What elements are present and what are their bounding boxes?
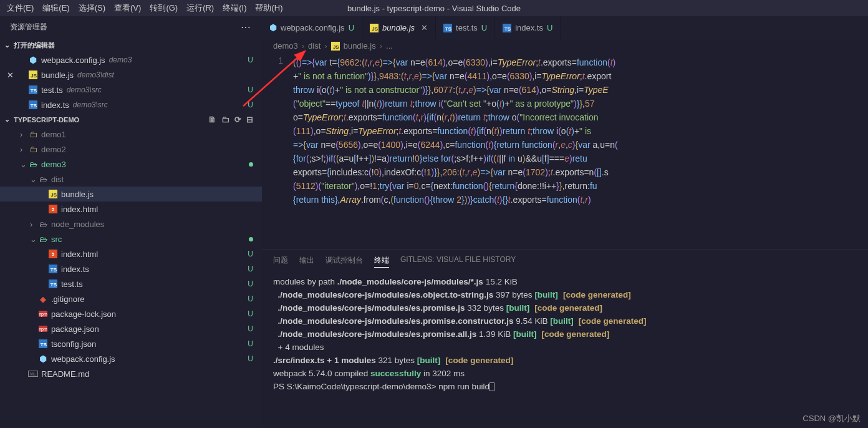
- file-tree-item[interactable]: ›🗀demo2: [0, 142, 262, 157]
- project-header[interactable]: ⌄ TYPESCRIPT-DEMO 🗎 🗀 ⟳ ⊟: [0, 112, 262, 127]
- modified-dot-icon: [249, 237, 253, 241]
- webpack-icon: ⬢: [269, 22, 277, 32]
- js-icon: JS: [331, 42, 340, 51]
- chevron-icon: ›: [20, 130, 27, 139]
- file-tree-item[interactable]: ›🗀demo1: [0, 127, 262, 142]
- file-tree-item[interactable]: npmpackage-lock.jsonU: [0, 306, 262, 321]
- file-tree-item[interactable]: 5index.htmlU: [0, 246, 262, 261]
- open-editor-item[interactable]: ✕JSbundle.jsdemo3\dist: [0, 67, 262, 82]
- open-editors-header[interactable]: ⌄ 打开的编辑器: [0, 38, 262, 52]
- more-icon[interactable]: ⋯: [241, 21, 252, 33]
- breadcrumb[interactable]: demo3› dist› JS bundle.js› ...: [262, 39, 868, 53]
- close-icon[interactable]: ✕: [421, 23, 428, 32]
- folder-icon: 🗀: [27, 145, 39, 154]
- ts-icon: TS: [503, 23, 511, 32]
- git-status-badge: U: [248, 85, 262, 94]
- ts-icon: TS: [443, 23, 452, 32]
- menu-item[interactable]: 查看(V): [110, 2, 145, 14]
- file-tree-item[interactable]: ⌄🗁src: [0, 231, 262, 246]
- line-number: 1: [262, 56, 293, 250]
- close-icon[interactable]: ✕: [5, 71, 15, 80]
- open-editor-item[interactable]: TSindex.tsdemo3\srcU: [0, 97, 262, 112]
- menu-item[interactable]: 终端(I): [218, 2, 251, 14]
- folder-node-icon: 🗁: [37, 220, 49, 229]
- file-tree-item[interactable]: ⬢webpack.config.jsU: [0, 351, 262, 366]
- panel-tab[interactable]: 问题: [273, 255, 288, 268]
- file-tree-item[interactable]: TSindex.tsU: [0, 261, 262, 276]
- menu-item[interactable]: 运行(R): [182, 2, 218, 14]
- chevron-icon: ⌄: [20, 160, 27, 169]
- git-status-badge: U: [547, 23, 552, 32]
- git-status-badge: U: [248, 309, 262, 318]
- menu-item[interactable]: 帮助(H): [251, 2, 287, 14]
- panel-tab[interactable]: 调试控制台: [326, 255, 363, 268]
- file-tree-item[interactable]: TStest.tsU: [0, 276, 262, 291]
- watermark: CSDN @凯小默: [803, 413, 861, 424]
- md-icon: M↓: [27, 371, 39, 377]
- open-editor-item[interactable]: ⬢webpack.config.jsdemo3U: [0, 52, 262, 67]
- file-tree-item[interactable]: ◆.gitignoreU: [0, 291, 262, 306]
- git-status-badge: U: [481, 23, 487, 32]
- panel-tab[interactable]: GITLENS: VISUAL FILE HISTORY: [400, 255, 516, 268]
- chevron-down-icon: ⌄: [2, 41, 11, 49]
- open-editor-item[interactable]: TStest.tsdemo3\srcU: [0, 82, 262, 97]
- file-tree-item[interactable]: ›🗁node_modules: [0, 216, 262, 231]
- js-icon: JS: [47, 190, 59, 198]
- menu-item[interactable]: 转到(G): [145, 2, 182, 14]
- git-status-badge: U: [248, 294, 262, 303]
- git-icon: ◆: [37, 294, 49, 304]
- panel-tab[interactable]: 输出: [299, 255, 314, 268]
- folder-open-icon: 🗁: [27, 160, 39, 169]
- bottom-panel: 问题输出调试控制台终端GITLENS: VISUAL FILE HISTORY …: [262, 250, 868, 428]
- git-status-badge: U: [248, 100, 262, 109]
- menubar: 文件(E) 编辑(E) 选择(S) 查看(V) 转到(G) 运行(R) 终端(I…: [0, 0, 868, 16]
- editor-tabs: ⬢webpack.config.jsUJSbundle.js✕TStest.ts…: [262, 16, 868, 39]
- file-tree-item[interactable]: M↓README.md: [0, 366, 262, 381]
- git-status-badge: U: [248, 324, 262, 333]
- ts-icon: TS: [27, 85, 39, 94]
- editor-tab[interactable]: ⬢webpack.config.jsU: [262, 16, 362, 39]
- collapse-icon[interactable]: ⊟: [246, 115, 253, 124]
- modified-dot-icon: [249, 162, 253, 167]
- explorer-sidebar: 资源管理器 ⋯ ⌄ 打开的编辑器 ⬢webpack.config.jsdemo3…: [0, 16, 262, 428]
- code-content: (()=>{var t={9662:(t,r,e)=>{var n=e(614)…: [293, 56, 868, 250]
- file-tree-item[interactable]: JSbundle.js: [0, 187, 262, 202]
- refresh-icon[interactable]: ⟳: [234, 115, 241, 124]
- chevron-icon: ›: [20, 145, 27, 154]
- editor-tab[interactable]: TSindex.tsU: [495, 16, 561, 39]
- ts-icon: TS: [37, 339, 49, 348]
- editor-tab[interactable]: TStest.tsU: [436, 16, 495, 39]
- chevron-icon: ⌄: [30, 235, 37, 244]
- chevron-icon: ›: [30, 220, 37, 229]
- git-status-badge: U: [349, 23, 354, 32]
- npm-icon: npm: [37, 326, 49, 332]
- webpack-icon: ⬢: [37, 354, 49, 364]
- file-tree-item[interactable]: TStsconfig.jsonU: [0, 336, 262, 351]
- ts-icon: TS: [47, 265, 59, 273]
- chevron-down-icon: ⌄: [2, 115, 11, 124]
- chevron-icon: ⌄: [30, 175, 37, 184]
- menu-item[interactable]: 文件(E): [2, 2, 38, 14]
- folder-src-icon: 🗁: [37, 235, 49, 244]
- window-title: bundle.js - typescript-demo - Visual Stu…: [343, 4, 525, 13]
- panel-tab[interactable]: 终端: [374, 255, 389, 268]
- html-icon: 5: [47, 205, 59, 213]
- file-tree-item[interactable]: 5index.html: [0, 202, 262, 216]
- js-icon: JS: [27, 71, 39, 79]
- git-status-badge: U: [248, 265, 262, 273]
- editor-tab[interactable]: JSbundle.js✕: [362, 16, 436, 39]
- folder-icon: 🗀: [27, 130, 39, 139]
- code-editor[interactable]: 1 (()=>{var t={9662:(t,r,e)=>{var n=e(61…: [262, 53, 868, 250]
- new-file-icon[interactable]: 🗎: [208, 115, 216, 124]
- file-tree-item[interactable]: ⌄🗁demo3: [0, 157, 262, 172]
- file-tree-item[interactable]: ⌄🗁dist: [0, 172, 262, 187]
- menu-item[interactable]: 编辑(E): [38, 2, 74, 14]
- menu-item[interactable]: 选择(S): [74, 2, 110, 14]
- html-icon: 5: [47, 250, 59, 258]
- file-tree-item[interactable]: npmpackage.jsonU: [0, 321, 262, 336]
- terminal-output[interactable]: modules by path ./node_modules/core-js/m…: [262, 273, 868, 428]
- explorer-title: 资源管理器: [10, 22, 47, 32]
- git-status-badge: U: [248, 280, 262, 288]
- folder-dist-icon: 🗁: [37, 175, 49, 184]
- new-folder-icon[interactable]: 🗀: [221, 115, 229, 124]
